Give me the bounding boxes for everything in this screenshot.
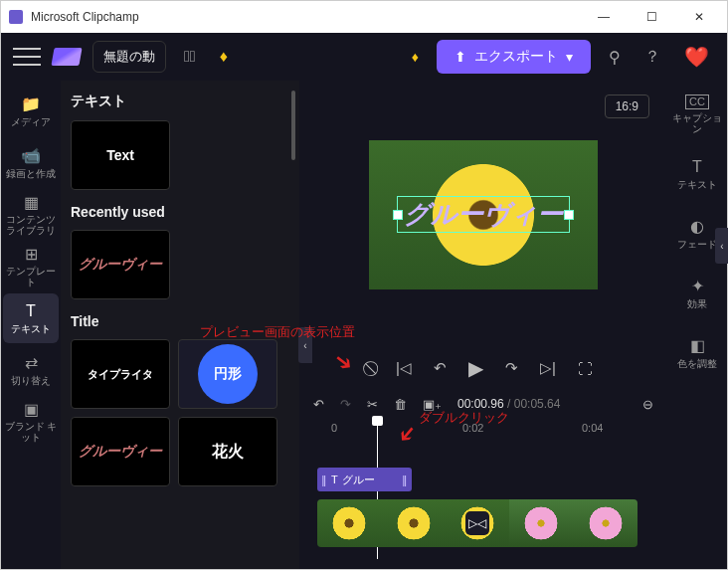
video-clip[interactable]: ▷◁ [317,499,637,547]
duration: 00:05.64 [514,397,561,411]
skip-start-icon[interactable]: |◁ [396,359,412,377]
rail-color[interactable]: ◧色を調整 [669,325,725,381]
text-overlay-selection[interactable]: グルーヴィー [397,196,570,233]
app-logo-icon [9,10,23,24]
close-button[interactable]: ✕ [679,3,719,31]
premium-icon[interactable]: ♦ [406,43,425,71]
rail-media[interactable]: 📁メディア [3,87,59,136]
play-button[interactable]: ▶ [468,356,483,380]
rail-library[interactable]: ▦コンテンツライブラリ [3,190,59,240]
menu-button[interactable] [13,45,41,69]
redo-button[interactable]: ↷ [340,397,351,412]
share-icon[interactable]: ⚲ [603,42,627,73]
rail-label: 効果 [687,298,707,309]
step-forward-icon[interactable]: ↷ [505,359,518,377]
help-icon[interactable]: ？ [638,41,666,74]
delete-button[interactable]: 🗑 [394,397,407,412]
heart-icon[interactable]: ❤️ [678,39,715,75]
timeline-ruler[interactable]: 0 0:02 0:04 [313,420,653,442]
section-heading-text: テキスト [71,93,289,110]
rail-text-props[interactable]: Tテキスト [669,146,725,202]
export-button[interactable]: ⬆ エクスポート ▾ [437,40,591,74]
rail-effects[interactable]: ✦効果 [669,266,725,321]
undo-button[interactable]: ↶ [313,397,324,412]
library-icon: ▦ [24,194,39,212]
clip-thumb: ▷◁ [446,499,509,547]
rail-label: テキスト [11,323,51,334]
text-clip[interactable]: ‖ T グルー ‖ [317,468,412,491]
preset-label: 円形 [214,365,242,383]
preset-groovy-recent[interactable]: グルーヴィー [71,230,170,299]
text-icon: T [26,302,36,320]
zoom-out-button[interactable]: ⊖ [642,397,653,412]
camera-icon: 📹 [21,147,41,165]
rail-templates[interactable]: ⊞テンプレート [3,242,59,291]
aspect-ratio-badge[interactable]: 16:9 [605,95,649,118]
timecode: 00:00.96 / 00:05.64 [457,397,560,411]
maximize-button[interactable]: ☐ [632,3,671,31]
app-window: Microsoft Clipchamp — ☐ ✕ 無題の動 👁̸ ♦ ♦ ⬆ … [0,0,728,570]
effects-icon: ✦ [691,278,704,295]
visibility-icon[interactable]: 👁̸ [178,42,202,72]
split-button[interactable]: ✂ [367,397,378,412]
rail-label: メディア [11,116,51,127]
rail-label: 切り替え [11,375,51,386]
rail-captions[interactable]: CCキャプション [669,87,725,142]
ruler-tick: 0:04 [582,422,603,434]
clip-thumb [509,499,573,547]
current-time: 00:00.96 [457,397,504,411]
video-frame: グルーヴィー [369,140,598,289]
diamond-badge-icon: ♦ [214,42,234,72]
color-adjust-icon: ◧ [690,337,705,355]
clip-thumb [574,499,637,547]
step-back-icon[interactable]: ↶ [434,359,447,377]
section-heading-title: Title [71,313,289,329]
rail-label: フェード [677,239,717,250]
rail-record[interactable]: 📹録画と作成 [3,138,59,188]
add-media-button[interactable]: ▣₊ [423,397,442,412]
preset-label: グルーヴィー [79,256,162,274]
timeline[interactable]: 0 0:02 0:04 ‖ T グルー ‖ ▷◁ [299,420,667,569]
preset-label: グルーヴィー [79,443,162,461]
scrollbar[interactable] [291,91,295,160]
fade-icon: ◐ [690,218,704,236]
preset-plain-text[interactable]: Text [71,120,170,190]
rail-label: テキスト [677,179,717,190]
fullscreen-icon[interactable]: ⛶ [578,360,593,377]
clip-grip-left-icon[interactable]: ‖ [321,474,327,486]
clip-thumb [317,499,381,547]
preset-typewriter[interactable]: タイプライタ [71,339,170,409]
folder-icon: 📁 [21,95,41,113]
preset-fireworks[interactable]: 花火 [178,417,277,486]
ruler-tick: 0 [331,422,337,434]
text-clip-label: グルー [342,473,375,487]
collapse-right-button[interactable]: ‹ [715,228,727,264]
rail-label: テンプレート [3,266,59,287]
preset-circle[interactable]: 円形 [178,339,277,409]
captions-icon: CC [685,95,709,108]
rail-brandkit[interactable]: ▣ブランド キット [3,397,59,447]
project-title-input[interactable]: 無題の動 [92,41,166,73]
text-presets-panel: テキスト Text Recently used グルーヴィー Title タイプ… [61,81,299,569]
topbar: 無題の動 👁̸ ♦ ♦ ⬆ エクスポート ▾ ⚲ ？ ❤️ [1,33,727,81]
chevron-down-icon: ▾ [566,49,573,65]
preset-groovy-title[interactable]: グルーヴィー [71,417,170,486]
export-label: エクスポート [474,48,558,66]
transition-marker-icon[interactable]: ▷◁ [465,511,489,535]
rail-transitions[interactable]: ⇄切り替え [3,345,59,395]
clip-grip-right-icon[interactable]: ‖ [402,474,408,486]
templates-icon: ⊞ [25,246,38,264]
skip-end-icon[interactable]: ▷| [540,359,556,377]
rail-label: キャプション [669,112,725,134]
rail-text[interactable]: Tテキスト [3,293,59,343]
minimize-button[interactable]: — [584,3,624,31]
video-preview[interactable]: 16:9 グルーヴィー [299,81,667,348]
titlebar: Microsoft Clipchamp — ☐ ✕ [1,1,727,33]
right-rail: CCキャプション Tテキスト ◐フェード ✦効果 ‹ ◧色を調整 [667,81,727,569]
section-heading-recent: Recently used [71,204,289,220]
rail-label: 色を調整 [677,358,717,369]
body-area: 📁メディア 📹録画と作成 ▦コンテンツライブラリ ⊞テンプレート Tテキスト ⇄… [1,81,727,569]
window-title: Microsoft Clipchamp [31,10,139,24]
timeline-toolbar: ↶ ↷ ✂ 🗑 ▣₊ 00:00.96 / 00:05.64 ⊖ [299,388,667,420]
text-clip-type-icon: T [331,474,338,485]
